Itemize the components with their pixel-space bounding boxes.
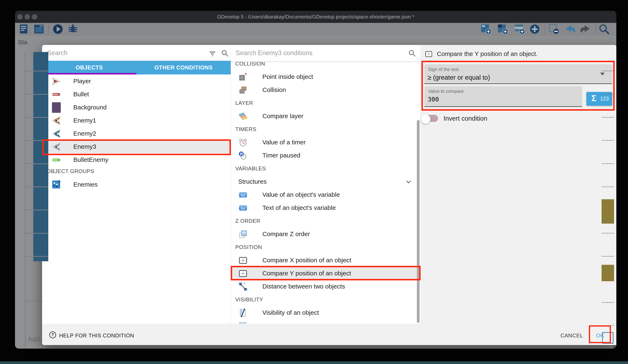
enemy1-ship-icon [51, 116, 61, 125]
search-icon [221, 49, 229, 58]
position-grid-icon [425, 50, 433, 58]
condition-label: Text of an object's variable [262, 204, 336, 211]
condition-label: Timer paused [262, 152, 300, 159]
screenshot-root: GDevelop 5 - /Users/dkarakay/Documents/G… [0, 0, 628, 364]
variable-icon: Var [238, 190, 247, 199]
timer-icon [238, 138, 247, 147]
events-tree-tick [25, 210, 33, 210]
event-row-separator [33, 71, 48, 71]
event-row-separator [33, 210, 48, 210]
section-header-layer: LAYER [235, 100, 253, 106]
toolbar-undo[interactable] [564, 23, 576, 35]
object-row-enemy2[interactable]: Enemy2 [42, 127, 231, 140]
toolbar-project-manager[interactable] [18, 23, 29, 35]
condition-row-compare-x-position-of-an-object[interactable]: Compare X position of an object [231, 254, 420, 267]
condition-list-scrollbar[interactable] [417, 120, 420, 323]
condition-label: Value of a timer [262, 139, 306, 146]
condition-row-compare-z-order[interactable]: Compare Z order [231, 228, 420, 241]
object-row-enemy3[interactable]: Enemy3 [42, 140, 231, 153]
toolbar-add-circle[interactable] [529, 23, 541, 35]
toolbar-search[interactable] [598, 23, 610, 35]
section-header-visibility: VISIBILITY [235, 296, 263, 303]
tab-other-conditions[interactable]: OTHER CONDITIONS [136, 61, 231, 74]
event-row-separator [602, 71, 614, 71]
toolbar-debug[interactable] [67, 23, 79, 35]
condition-row-visibility-of-an-object[interactable]: Visibility of an object [231, 306, 420, 319]
object-label: Enemy1 [73, 117, 96, 124]
section-header-variables: VARIABLES [235, 165, 266, 172]
event-row-separator [602, 256, 614, 256]
toolbar-add-event[interactable] [480, 23, 492, 35]
object-search-input[interactable] [47, 48, 172, 58]
events-tree-tick [25, 233, 33, 233]
sign-of-test-dropdown[interactable]: Sign of the test ≥ (greater or equal to) [424, 64, 612, 84]
toggle-knob[interactable] [421, 114, 430, 124]
condition-row-value-of-an-object-s-variable[interactable]: VarValue of an object's variable [231, 188, 420, 201]
condition-group-structures[interactable]: Structures [231, 175, 420, 188]
sign-of-test-value: ≥ (greater or equal to) [428, 74, 490, 81]
events-tree-tick [25, 186, 33, 187]
position-grid-icon [238, 269, 247, 278]
event-action-block [602, 199, 614, 224]
condition-row-compare-y-position-of-an-object[interactable]: Compare Y position of an object [231, 267, 420, 280]
condition-row-point-inside-object[interactable]: Point inside object [231, 70, 420, 83]
event-row-separator [33, 140, 48, 141]
event-row-separator [33, 233, 48, 234]
svg-text:?: ? [244, 282, 245, 285]
condition-row-collision[interactable]: Collision [231, 83, 420, 97]
object-list: PlayerBulletBackgroundEnemy1Enemy2Enemy3… [42, 74, 231, 324]
value-to-compare-field[interactable]: Value to compare 300 [424, 86, 582, 107]
condition-row-timer-paused[interactable]: Timer paused [231, 149, 420, 162]
collision-icon [238, 85, 247, 95]
toolbar-divider [545, 25, 545, 34]
toolbar-scene-editor[interactable] [33, 23, 45, 35]
event-row-separator [602, 94, 614, 94]
event-row-separator [33, 94, 48, 95]
toolbar-add-subevent[interactable] [497, 23, 509, 35]
group-label: Enemies [73, 181, 98, 188]
condition-label: Compare X position of an object [262, 257, 351, 264]
visibility-icon [238, 308, 247, 317]
help-icon[interactable]: ? [49, 331, 56, 339]
object-label: Background [73, 104, 107, 111]
toolbar-delete-selection[interactable] [548, 23, 560, 35]
events-tree-tick [25, 164, 33, 164]
condition-row-text-of-an-object-s-variable[interactable]: VarText of an object's variable [231, 201, 420, 214]
enemy2-ship-icon [51, 129, 61, 138]
help-link[interactable]: HELP FOR THIS CONDITION [59, 332, 134, 339]
cancel-button[interactable]: CANCEL [558, 332, 585, 339]
section-header-z-order: Z ORDER [235, 218, 260, 224]
condition-row-compare-layer[interactable]: Compare layer [231, 110, 420, 123]
condition-search-input[interactable] [236, 48, 382, 58]
condition-label: Compare Y position of an object [262, 270, 351, 277]
toolbar-play[interactable] [52, 23, 64, 35]
object-row-enemy1[interactable]: Enemy1 [42, 114, 231, 127]
dialog-footer: ? HELP FOR THIS CONDITION CANCEL OK [42, 324, 616, 345]
condition-row[interactable] [231, 319, 420, 324]
event-row-separator [602, 302, 614, 303]
event-selected-outline [602, 332, 614, 344]
condition-editor-dialog: OBJECTS OTHER CONDITIONS PlayerBulletBac… [42, 45, 616, 345]
section-header-timers: TIMERS [235, 126, 256, 132]
events-tree-tick [25, 301, 43, 302]
condition-label: Point inside object [262, 73, 313, 80]
chevron-down-icon[interactable] [405, 179, 412, 185]
toolbar-divider [48, 25, 49, 34]
tab-objects[interactable]: OBJECTS [42, 61, 136, 74]
object-row-player[interactable]: Player [42, 75, 231, 88]
app-window: GDevelop 5 - /Users/dkarakay/Documents/G… [15, 11, 616, 349]
toolbar-redo[interactable] [580, 23, 592, 35]
object-row-bullet[interactable]: Bullet [42, 88, 231, 101]
object-row-background[interactable]: Background [42, 101, 231, 114]
condition-row-distance-between-two-objects[interactable]: ?Distance between two objects [231, 280, 420, 293]
toolbar-divider [595, 25, 596, 34]
svg-text:?: ? [51, 332, 54, 337]
events-tree-tick [25, 71, 33, 71]
toolbar-add-comment[interactable] [514, 23, 526, 35]
group-row-enemies[interactable]: Enemies [42, 178, 231, 191]
filter-icon[interactable] [208, 49, 217, 58]
condition-row-value-of-a-timer[interactable]: Value of a timer [231, 136, 420, 149]
event-row-separator [33, 256, 48, 257]
object-row-bulletenemy[interactable]: BulletEnemy [42, 153, 231, 166]
search-icon [408, 49, 416, 58]
